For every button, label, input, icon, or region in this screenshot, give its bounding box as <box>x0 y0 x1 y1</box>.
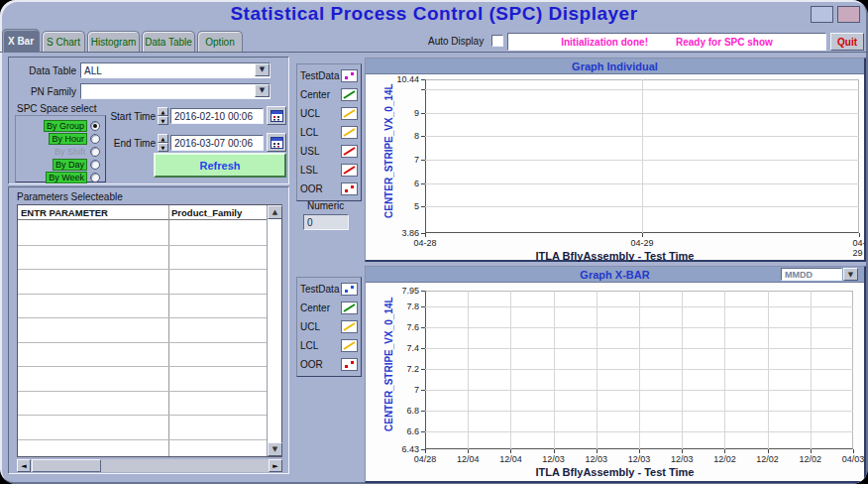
line-mark-icon[interactable] <box>341 88 358 101</box>
legend-label: USL <box>300 146 319 157</box>
x-tick-label: 04/03 <box>842 454 865 464</box>
table-row-line <box>18 391 267 392</box>
v-gridline <box>768 291 769 449</box>
v-gridline <box>468 291 469 449</box>
end-time-stepper[interactable]: ▲▼ <box>158 134 168 152</box>
numeric-label: Numeric <box>307 200 344 211</box>
y-tick-label: 6.43 <box>385 444 419 454</box>
radio-by-hour[interactable]: By Hour <box>19 132 100 145</box>
scroll-left-icon[interactable]: ◄ <box>17 459 31 472</box>
x-tick-label: 12/04 <box>457 454 480 464</box>
quit-button[interactable]: Quit <box>830 33 864 51</box>
hscroll-thumb[interactable] <box>32 459 101 472</box>
x-tick-mark <box>468 449 469 453</box>
data-table-label: Data Table <box>13 65 76 76</box>
data-table-select[interactable]: ALL ▼ <box>80 62 271 78</box>
y-axis-label: CENTER_STRIPE_VX_0_14L <box>383 297 394 431</box>
y-tick-label: 7.95 <box>385 286 419 296</box>
x-tick-mark <box>724 449 725 453</box>
numeric-field[interactable]: 0 <box>303 214 349 230</box>
end-time-field[interactable]: 2016-03-07 00:06 <box>170 135 264 151</box>
tab-option[interactable]: Option <box>197 31 243 52</box>
line-mark-icon[interactable] <box>341 339 358 352</box>
parameters-table[interactable]: ENTR PARAMETER Product_Family ▲ ▼ <box>17 204 282 457</box>
table-header: ENTR PARAMETER Product_Family <box>18 205 267 220</box>
line-mark-icon[interactable] <box>341 320 358 333</box>
line-mark-icon[interactable] <box>341 302 358 314</box>
x-tick-mark <box>811 449 812 453</box>
legend-label: UCL <box>300 108 320 119</box>
graph-individual-header: Graph Individual <box>366 59 864 74</box>
x-tick-label: 04/28 <box>414 454 437 464</box>
tab-histogram[interactable]: Histogram <box>87 31 140 52</box>
page-title: Statistical Process Control (SPC) Displa… <box>0 3 868 25</box>
radio-circle-icon[interactable] <box>90 134 100 144</box>
window-minimize-button[interactable] <box>811 6 833 23</box>
graph-individual-plot[interactable]: 10.44987653.8604-2804-2904-29CENTER_STRI… <box>366 74 864 262</box>
y-tick-mark <box>421 79 425 80</box>
scroll-up-icon[interactable]: ▲ <box>268 205 282 219</box>
scroll-down-icon[interactable]: ▼ <box>268 442 282 456</box>
chevron-down-icon[interactable]: ▼ <box>255 63 270 76</box>
y-tick-mark <box>421 89 425 90</box>
auto-display-checkbox[interactable] <box>491 35 503 47</box>
x-tick-label: 12/03 <box>542 454 565 464</box>
v-gridline <box>682 291 683 449</box>
column-header-parameter[interactable]: ENTR PARAMETER <box>18 205 168 220</box>
chevron-down-icon[interactable]: ▼ <box>843 268 858 281</box>
column-header-product-family[interactable]: Product_Family <box>168 205 245 220</box>
start-time-field[interactable]: 2016-02-10 00:06 <box>170 108 264 124</box>
legend-label: TestData <box>300 284 339 295</box>
table-hscrollbar[interactable]: ◄ ► <box>17 459 282 472</box>
scroll-right-icon[interactable]: ► <box>269 459 282 472</box>
tab-data-table[interactable]: Data Table <box>142 31 195 52</box>
x-tick-mark <box>853 449 854 453</box>
y-tick-mark <box>421 431 425 432</box>
table-row-line <box>18 269 267 270</box>
x-tick-label: 12/03 <box>628 454 651 464</box>
table-row-line <box>18 439 267 440</box>
y-tick-mark <box>421 206 425 207</box>
x-tick-mark <box>554 449 555 453</box>
line-mark-icon[interactable] <box>341 107 358 120</box>
radio-circle-icon[interactable] <box>90 160 100 170</box>
calendar-icon[interactable] <box>267 133 286 152</box>
radio-by-group[interactable]: By Group <box>19 119 100 132</box>
start-time-stepper[interactable]: ▲▼ <box>158 107 168 125</box>
graph-xbar-title: Graph X-BAR <box>580 269 649 281</box>
legend-label: Center <box>300 302 330 313</box>
y-tick-mark <box>421 390 425 391</box>
x-tick-mark <box>425 449 426 453</box>
chevron-down-icon[interactable]: ▼ <box>255 84 270 97</box>
date-format-select[interactable]: MMDD <box>781 268 842 281</box>
refresh-button[interactable]: Refresh <box>154 153 286 178</box>
tab-s-chart[interactable]: S Chart <box>42 31 85 52</box>
legend-label: Center <box>300 89 330 100</box>
dots-mark-icon[interactable] <box>341 283 358 296</box>
line-mark-icon[interactable] <box>341 145 358 158</box>
pn-family-select[interactable]: ▼ <box>80 83 271 99</box>
legend-label: LCL <box>300 340 318 351</box>
radio-by-day[interactable]: By Day <box>19 158 100 171</box>
legend-label: OOR <box>300 183 323 194</box>
radio-by-week[interactable]: By Week <box>19 171 100 183</box>
radio-circle-icon[interactable] <box>90 173 100 182</box>
line-mark-icon[interactable] <box>341 164 358 177</box>
line-mark-icon[interactable] <box>341 126 358 139</box>
dots-mark-icon[interactable] <box>341 182 358 195</box>
calendar-icon[interactable] <box>267 106 286 125</box>
table-vscrollbar[interactable]: ▲ ▼ <box>267 205 281 456</box>
legend-item-ucl: UCL <box>300 317 358 336</box>
window-close-button[interactable] <box>837 6 860 23</box>
dots-mark-icon[interactable] <box>341 358 358 371</box>
tab-x-bar[interactable]: X Bar <box>2 29 40 53</box>
graph-xbar-plot[interactable]: 7.957.87.67.47.276.86.66.4304/2812/0412/… <box>366 283 864 482</box>
table-row-line <box>18 415 267 416</box>
y-tick-mark <box>421 327 425 328</box>
x-axis-label: ITLA BflyAssembly - Test Time <box>366 250 864 262</box>
dots-mark-icon[interactable] <box>341 69 358 82</box>
radio-circle-icon[interactable] <box>90 121 100 131</box>
legend-label: TestData <box>300 70 339 81</box>
start-time-label: Start Time <box>104 111 156 122</box>
table-row-line <box>18 245 267 246</box>
